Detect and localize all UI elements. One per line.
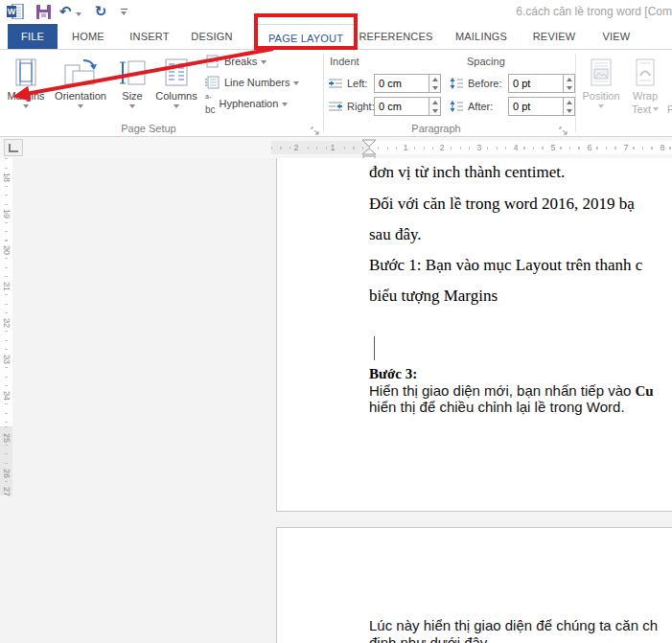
body-text-line[interactable]: Lúc này hiển thị giao diện để chúng ta c… <box>369 617 658 635</box>
redo-icon[interactable]: ↻ <box>93 2 108 21</box>
spinner-down[interactable] <box>564 83 574 92</box>
hyphenation-dropdown-icon <box>282 103 288 106</box>
spinner-down[interactable] <box>564 106 574 115</box>
v-ruler-number: 26 <box>1 468 12 480</box>
v-ruler-number: 24 <box>1 390 12 402</box>
ruler-row: 2 1 1 2 3 4 5 6 7 8 <box>0 137 672 158</box>
tab-mailings[interactable]: MAILINGS <box>451 24 512 49</box>
tab-selector-button[interactable] <box>4 139 23 156</box>
document-canvas[interactable]: 18 19 20 21 22 23 24 25 26 27 đơn vị từ … <box>0 158 672 643</box>
position-label: Position <box>582 90 619 102</box>
body-text-line[interactable]: biểu tượng Margins <box>369 287 498 310</box>
position-dropdown-icon <box>598 104 604 108</box>
breaks-dropdown-icon <box>261 60 266 64</box>
position-icon <box>587 53 615 88</box>
tab-review[interactable]: REVIEW <box>527 24 581 49</box>
tab-view[interactable]: VIEW <box>594 24 638 49</box>
spacing-before-spinner[interactable] <box>564 74 575 93</box>
breaks-button[interactable]: Breaks <box>205 54 266 69</box>
qat-customize-icon[interactable] <box>117 2 130 21</box>
body-text-line[interactable]: định như dưới đây <box>369 634 487 643</box>
tab-home[interactable]: HOME <box>63 24 113 49</box>
v-ruler-page-segment[interactable]: 18 19 20 21 22 23 24 <box>0 158 12 426</box>
spacing-after-input[interactable]: 0 pt <box>508 97 564 116</box>
spacing-before-label: Before: <box>468 78 501 89</box>
clipped-ribbon-label: F <box>667 103 672 115</box>
spinner-up[interactable] <box>564 98 574 106</box>
paragraph-group-label: Paragraph <box>383 123 489 134</box>
indent-right-icon <box>328 101 343 112</box>
indent-right-spinner[interactable] <box>429 97 441 116</box>
spacing-before-input[interactable]: 0 pt <box>508 74 564 93</box>
indent-left-spinner[interactable] <box>429 74 441 93</box>
v-ruler-number: 21 <box>1 281 12 293</box>
margins-button[interactable]: Margins <box>4 53 48 108</box>
line-numbers-button[interactable]: Line Numbers <box>205 75 299 90</box>
wrap-text-icon <box>631 53 660 88</box>
spinner-down[interactable] <box>429 106 440 115</box>
indent-left-icon <box>328 78 343 89</box>
margins-dropdown-icon <box>23 104 29 108</box>
v-ruler-number: 25 <box>1 432 12 445</box>
title-bar: W ↶ ↻ 6.cách căn lề trong word [Com <box>0 0 672 23</box>
indent-left-input[interactable]: 0 cm <box>374 74 429 93</box>
hyphenation-button[interactable]: a-bc Hyphenation <box>205 96 288 111</box>
v-ruler-margin-segment[interactable]: 25 26 27 <box>0 426 12 495</box>
breaks-label: Breaks <box>224 56 257 67</box>
h-ruler-number: 6 <box>585 142 593 153</box>
h-ruler-number: 1 <box>328 142 336 153</box>
wrap-text-button[interactable]: Wrap Text <box>625 53 665 115</box>
word-logo-icon[interactable]: W <box>6 2 25 21</box>
body-text-line[interactable]: đơn vị từ inch thành centimet. <box>369 163 565 186</box>
h-ruler-number: 4 <box>511 142 520 153</box>
spacing-heading: Spacing <box>467 56 505 67</box>
margins-icon <box>10 53 42 88</box>
h-ruler-margin-segment[interactable]: 2 1 <box>271 141 369 154</box>
columns-icon <box>160 53 193 88</box>
indent-left-row: Left: <box>328 76 367 91</box>
position-button[interactable]: Position <box>579 53 623 108</box>
orientation-button[interactable]: Orientation <box>50 53 111 108</box>
tab-references[interactable]: REFERENCES <box>362 24 429 49</box>
v-ruler-number: 19 <box>1 208 12 220</box>
h-ruler-page-segment[interactable]: 1 2 3 4 5 6 7 8 <box>369 141 672 154</box>
undo-dropdown-icon[interactable] <box>76 12 81 16</box>
spinner-up[interactable] <box>429 98 440 106</box>
line-numbers-label: Line Numbers <box>224 77 290 88</box>
breaks-icon <box>205 55 220 68</box>
size-dropdown-icon <box>129 104 135 108</box>
hyphenation-label: Hyphenation <box>220 98 279 109</box>
line-numbers-dropdown-icon <box>293 81 299 85</box>
v-ruler-number: 22 <box>1 317 12 330</box>
tab-file[interactable]: FILE <box>8 24 58 49</box>
columns-button[interactable]: Columns <box>151 53 201 108</box>
ribbon: Margins Orientation <box>0 50 672 136</box>
step3-heading[interactable]: Bước 3: <box>369 366 417 383</box>
qat-customize-bar <box>121 9 127 10</box>
qat-customize-arrow <box>121 11 127 15</box>
step3-line1-text: Hiển thị giao diện mới, bạn nhấn tiếp và… <box>369 382 636 399</box>
body-text-line[interactable]: Bước 1: Bạn vào mục Layout trên thanh c <box>369 256 642 279</box>
spinner-up[interactable] <box>429 75 440 83</box>
group-separator <box>323 54 324 132</box>
v-ruler-number: 23 <box>1 354 12 366</box>
spinner-up[interactable] <box>564 75 574 83</box>
wrap-text-dropdown-icon <box>653 107 659 111</box>
size-icon <box>118 53 147 88</box>
size-button[interactable]: Size <box>113 53 151 108</box>
tab-design[interactable]: DESIGN <box>186 24 238 49</box>
undo-icon[interactable]: ↶ <box>58 2 73 21</box>
indent-right-row: Right: <box>328 99 375 114</box>
body-text-line[interactable]: Đối với căn lề trong word 2016, 2019 bạ <box>369 195 635 218</box>
tab-page-layout[interactable]: PAGE LAYOUT <box>257 24 355 51</box>
margins-label: Margins <box>7 90 44 102</box>
save-icon[interactable] <box>35 2 52 21</box>
indent-heading: Indent <box>330 56 359 67</box>
indent-right-input[interactable]: 0 cm <box>374 97 429 116</box>
body-text-line[interactable]: sau đây. <box>369 225 422 248</box>
tab-insert[interactable]: INSERT <box>123 24 176 49</box>
spacing-after-spinner[interactable] <box>564 97 575 116</box>
spinner-down[interactable] <box>429 83 440 92</box>
body-text-line[interactable]: hiển thị để chiều chỉnh lại lề trong Wor… <box>369 399 625 417</box>
tab-selector-icon <box>9 144 18 152</box>
